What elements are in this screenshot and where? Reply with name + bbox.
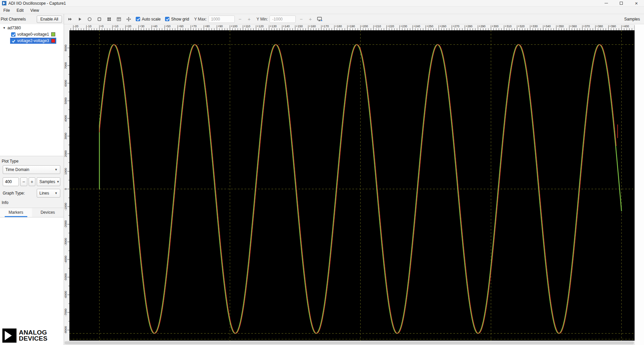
plot-type-value: Time Domain [5, 167, 29, 172]
window-title: ADI IIO Oscilloscope - Capture1 [8, 1, 66, 6]
svg-text:+40: +40 [152, 25, 157, 28]
svg-text:+0: +0 [100, 25, 103, 28]
stop-button[interactable] [95, 15, 103, 23]
y-axis-ruler: -8000-7000-6000-5000-4000-3000-2000-1000… [64, 30, 69, 341]
svg-text:8000: 8000 [64, 44, 67, 51]
channel-checkbox[interactable] [11, 32, 15, 37]
toolbar: Auto scale Show grid Y Max: − + Y Min: −… [64, 14, 644, 24]
svg-text:+280: +280 [465, 25, 472, 28]
menu-file[interactable]: File [0, 7, 13, 14]
maximize-icon [620, 2, 623, 5]
info-tabs: MarkersDevices [0, 208, 64, 217]
svg-text:+70: +70 [191, 25, 196, 28]
channel-row-voltage0-voltage1[interactable]: voltage0-voltage1 [10, 31, 56, 37]
table-button[interactable] [115, 15, 123, 23]
sample-count-increment-button[interactable]: + [29, 177, 36, 186]
close-button[interactable]: × [629, 0, 644, 6]
y-max-decrement-button[interactable]: − [236, 15, 244, 23]
svg-text:+90: +90 [218, 25, 223, 28]
y-min-input[interactable] [269, 15, 296, 23]
sample-count-decrement-button[interactable]: − [20, 177, 27, 186]
graph-type-label: Graph Type: [3, 191, 35, 196]
stop-icon [97, 16, 102, 22]
fast-forward-icon [67, 16, 73, 22]
channel-checkbox[interactable] [11, 39, 15, 43]
channel-color-swatch[interactable] [51, 32, 55, 36]
plot-type-label: Plot Type [0, 156, 64, 165]
horizontal-scrollbar-thumb[interactable] [65, 341, 634, 344]
svg-text:+180: +180 [335, 25, 342, 28]
svg-text:-2000: -2000 [64, 220, 67, 228]
fast-forward-button[interactable] [66, 15, 74, 23]
channel-label: voltage2-voltage3 [17, 38, 50, 43]
y-max-input[interactable] [208, 15, 235, 23]
info-label: Info [0, 198, 64, 205]
graph-type-select[interactable]: Lines ▼ [37, 189, 60, 198]
plot-canvas[interactable] [69, 30, 635, 341]
auto-scale-checkbox[interactable] [136, 17, 140, 21]
svg-text:+250: +250 [426, 25, 433, 28]
device-row-ad7380[interactable]: ▼ad7380 [0, 24, 64, 31]
show-grid-group: Show grid [165, 17, 189, 22]
svg-text:+370: +370 [583, 25, 590, 28]
svg-text:-7000: -7000 [64, 309, 67, 316]
y-max-increment-button[interactable]: + [246, 15, 253, 23]
adi-logo-icon [2, 329, 17, 343]
pan-button[interactable] [125, 15, 133, 23]
vertical-scrollbar[interactable] [635, 24, 644, 345]
plot-corner [64, 24, 69, 30]
svg-text:-20: -20 [74, 25, 78, 28]
y-min-increment-button[interactable]: + [307, 15, 314, 23]
pan-icon [126, 16, 131, 22]
auto-scale-label: Auto scale [142, 17, 161, 22]
svg-text:-4000: -4000 [64, 255, 67, 263]
svg-text:+110: +110 [244, 25, 250, 28]
svg-text:6000: 6000 [64, 80, 67, 87]
y-min-decrement-button[interactable]: − [297, 15, 305, 23]
svg-text:+340: +340 [544, 25, 551, 28]
chevron-down-icon: ▼ [55, 168, 58, 171]
play-button[interactable] [76, 15, 84, 23]
sample-unit-select[interactable]: Samples ▼ [37, 177, 60, 186]
horizontal-scrollbar[interactable] [64, 341, 635, 345]
svg-text:+360: +360 [570, 25, 577, 28]
show-grid-checkbox[interactable] [165, 17, 169, 21]
enable-all-button[interactable]: Enable All [37, 15, 62, 23]
device-label: ad7380 [7, 26, 21, 30]
minimize-button[interactable] [599, 0, 614, 6]
channel-color-swatch[interactable] [51, 39, 55, 43]
add-plot-button[interactable] [316, 15, 324, 23]
svg-text:+210: +210 [374, 25, 381, 28]
record-button[interactable] [86, 15, 94, 23]
expander-icon[interactable]: ▼ [3, 26, 6, 30]
x-axis-unit-label: Samples [624, 17, 641, 22]
svg-text:0: 0 [64, 188, 67, 190]
sample-count-input[interactable] [3, 177, 19, 186]
chevron-down-icon: ▼ [55, 192, 58, 195]
svg-text:+310: +310 [505, 25, 512, 28]
menubar: FileEditView [0, 7, 644, 14]
svg-text:7000: 7000 [64, 62, 67, 69]
minimize-icon [605, 3, 608, 3]
info-panel [0, 217, 64, 326]
maximize-button[interactable] [614, 0, 629, 6]
x-axis-ruler: -20-10+0+10+20+30+40+50+60+70+80+90+100+… [69, 24, 635, 30]
y-min-label: Y Min: [257, 17, 268, 22]
menu-edit[interactable]: Edit [13, 7, 27, 14]
svg-text:+330: +330 [531, 25, 538, 28]
tab-markers[interactable]: Markers [0, 208, 32, 217]
svg-text:+100: +100 [231, 25, 237, 28]
menu-view[interactable]: View [27, 7, 42, 14]
svg-text:+240: +240 [413, 25, 420, 28]
tab-devices[interactable]: Devices [32, 208, 64, 217]
svg-text:-5000: -5000 [64, 273, 67, 281]
channel-row-voltage2-voltage3[interactable]: voltage2-voltage3 [10, 38, 56, 44]
plot-type-select[interactable]: Time Domain ▼ [3, 165, 60, 174]
toolbar-icon-group [66, 15, 133, 23]
svg-text:+170: +170 [322, 25, 329, 28]
grid-view-button[interactable] [105, 15, 113, 23]
svg-text:+220: +220 [387, 25, 394, 28]
svg-text:+50: +50 [165, 25, 170, 28]
svg-text:+80: +80 [204, 25, 210, 28]
svg-text:+150: +150 [296, 25, 302, 28]
